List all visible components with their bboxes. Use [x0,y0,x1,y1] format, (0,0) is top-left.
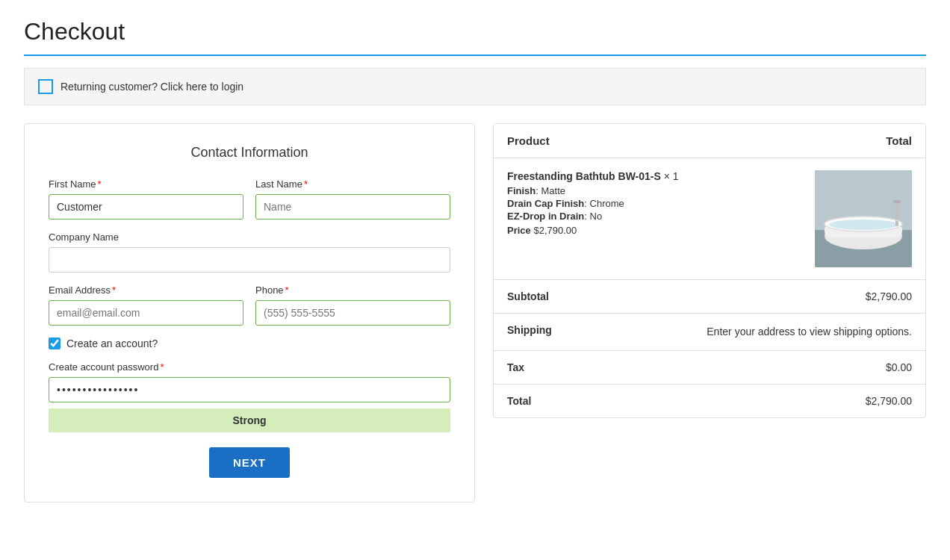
name-row: First Name* Last Name* [49,178,450,220]
form-title: Contact Information [49,145,450,161]
create-account-row: Create an account? [49,337,450,349]
svg-rect-7 [895,200,898,226]
create-account-label[interactable]: Create an account? [66,337,158,349]
page-title: Checkout [24,18,926,46]
password-label: Create account password* [49,361,450,373]
shipping-row: Shipping Enter your address to view ship… [494,314,925,351]
phone-input[interactable] [255,300,450,326]
product-ez-drop: EZ-Drop in Drain: No [507,211,803,222]
tax-label: Tax [507,361,524,373]
next-button[interactable]: NEXT [209,447,290,478]
password-required: * [160,361,164,373]
title-divider [24,55,926,56]
total-row: Total $2,790.00 [494,385,925,417]
contact-form-card: Contact Information First Name* Last Nam… [24,123,475,503]
returning-customer-bar: Returning customer? Click here to login [24,68,926,105]
product-price: Price $2,790.00 [507,225,803,236]
email-group: Email Address* [49,284,243,326]
company-name-label: Company Name [49,231,450,243]
total-label: Total [507,395,531,407]
last-name-label: Last Name* [255,178,450,190]
phone-group: Phone* [255,284,450,326]
login-icon [38,79,53,94]
subtotal-row: Subtotal $2,790.00 [494,280,925,314]
first-name-required: * [98,178,102,190]
password-group: Create account password* [49,361,450,402]
summary-header: Product Total [494,124,925,158]
last-name-group: Last Name* [255,178,450,220]
product-column-header: Product [507,134,550,147]
product-image [815,170,912,267]
first-name-input[interactable] [49,194,243,220]
company-name-input[interactable] [49,247,450,273]
password-input[interactable] [49,377,450,402]
email-label: Email Address* [49,284,243,296]
next-btn-row: NEXT [49,447,450,478]
create-account-checkbox[interactable] [49,337,60,349]
email-required: * [112,284,116,296]
svg-point-6 [829,220,898,230]
total-column-header: Total [886,134,912,147]
company-name-group: Company Name [49,231,450,273]
total-value: $2,790.00 [866,395,912,407]
main-content: Contact Information First Name* Last Nam… [24,123,926,503]
product-name: Freestanding Bathtub BW-01-S × 1 [507,170,803,182]
product-details: Freestanding Bathtub BW-01-S × 1 Finish:… [507,170,815,236]
last-name-input[interactable] [255,194,450,220]
product-drain-cap: Drain Cap Finish: Chrome [507,198,803,209]
contact-row: Email Address* Phone* [49,284,450,326]
phone-label: Phone* [255,284,450,296]
password-strength-indicator: Strong [49,408,450,432]
subtotal-label: Subtotal [507,290,549,302]
phone-required: * [285,284,289,296]
svg-rect-8 [893,200,901,203]
first-name-label: First Name* [49,178,243,190]
product-image-svg [815,170,912,267]
shipping-value: Enter your address to view shipping opti… [707,324,912,340]
returning-customer-text[interactable]: Returning customer? Click here to login [60,81,243,93]
last-name-required: * [304,178,308,190]
tax-value: $0.00 [886,361,912,373]
subtotal-value: $2,790.00 [866,290,912,302]
email-input[interactable] [49,300,243,326]
product-row: Freestanding Bathtub BW-01-S × 1 Finish:… [494,158,925,280]
product-finish: Finish: Matte [507,185,803,196]
order-summary: Product Total Freestanding Bathtub BW-01… [493,123,926,418]
shipping-label: Shipping [507,324,552,336]
first-name-group: First Name* [49,178,243,220]
tax-row: Tax $0.00 [494,351,925,385]
